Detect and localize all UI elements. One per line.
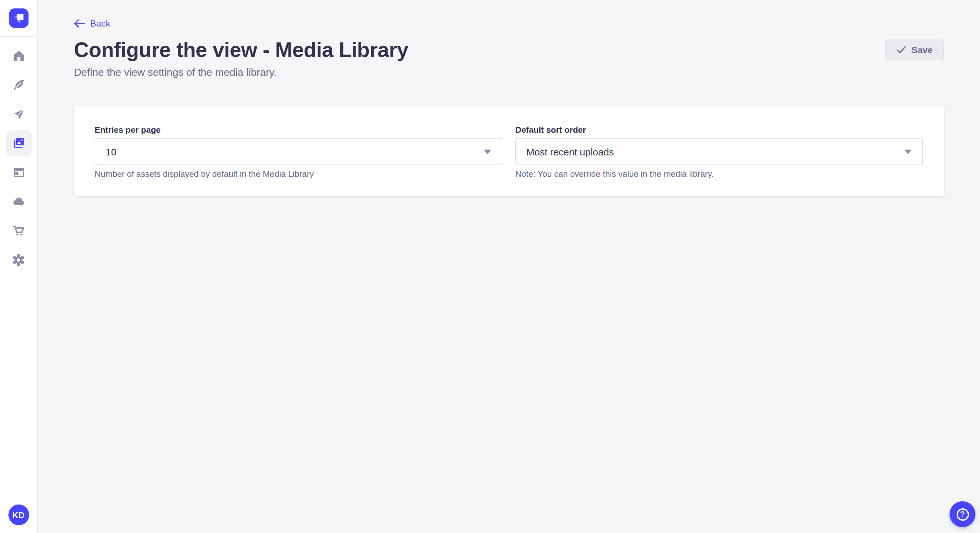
sidebar-item-settings[interactable] bbox=[5, 247, 32, 273]
sidebar-item-content-type-builder[interactable] bbox=[5, 159, 32, 185]
question-mark-icon: ? bbox=[956, 508, 969, 520]
media-library-images-icon bbox=[11, 136, 25, 150]
page-subtitle: Define the view settings of the media li… bbox=[74, 67, 944, 78]
sidebar-item-cloud[interactable] bbox=[5, 189, 32, 214]
chevron-down-icon bbox=[904, 149, 912, 154]
save-label: Save bbox=[912, 45, 933, 55]
cloud-icon bbox=[12, 195, 25, 208]
entries-per-page-select[interactable]: 10 bbox=[95, 138, 502, 165]
back-label: Back bbox=[90, 18, 110, 29]
sidebar-nav bbox=[5, 37, 32, 504]
sidebar-item-releases[interactable] bbox=[5, 101, 32, 127]
check-icon bbox=[897, 46, 907, 54]
app-window: KD Back Configure the view - Media Libra… bbox=[0, 0, 980, 533]
arrow-left-icon bbox=[74, 19, 85, 28]
layout-icon bbox=[12, 166, 25, 179]
paper-plane-icon bbox=[12, 108, 25, 121]
default-sort-order-select[interactable]: Most recent uploads bbox=[515, 138, 923, 165]
gear-icon bbox=[12, 253, 25, 266]
sidebar-item-media-library[interactable] bbox=[5, 130, 32, 156]
feather-icon bbox=[12, 78, 25, 91]
field-entries-per-page: Entries per page 10 Number of assets dis… bbox=[95, 125, 502, 179]
page-title: Configure the view - Media Library bbox=[74, 39, 408, 61]
help-button[interactable]: ? bbox=[950, 501, 975, 527]
sidebar: KD bbox=[0, 0, 38, 533]
field-label: Entries per page bbox=[95, 125, 502, 135]
sidebar-item-home[interactable] bbox=[5, 43, 32, 69]
strapi-logo bbox=[9, 8, 28, 28]
cart-icon bbox=[12, 224, 25, 237]
field-hint: Number of assets displayed by default in… bbox=[95, 169, 502, 179]
sidebar-item-marketplace[interactable] bbox=[5, 217, 32, 244]
page-header: Configure the view - Media Library Save bbox=[74, 39, 944, 61]
settings-card: Entries per page 10 Number of assets dis… bbox=[74, 106, 944, 196]
settings-fields: Entries per page 10 Number of assets dis… bbox=[95, 125, 923, 179]
chevron-down-icon bbox=[484, 149, 491, 154]
field-label: Default sort order bbox=[515, 125, 923, 135]
field-default-sort-order: Default sort order Most recent uploads N… bbox=[515, 125, 923, 179]
field-hint: Note: You can override this value in the… bbox=[515, 169, 923, 179]
select-value: 10 bbox=[106, 146, 116, 157]
main-content: Back Configure the view - Media Library … bbox=[38, 0, 980, 533]
logo-container[interactable] bbox=[0, 0, 37, 37]
sidebar-item-content-manager[interactable] bbox=[5, 72, 32, 98]
user-avatar[interactable]: KD bbox=[8, 504, 29, 525]
home-icon bbox=[12, 49, 25, 62]
select-value: Most recent uploads bbox=[526, 146, 614, 157]
back-link[interactable]: Back bbox=[74, 18, 110, 29]
save-button[interactable]: Save bbox=[886, 40, 944, 60]
